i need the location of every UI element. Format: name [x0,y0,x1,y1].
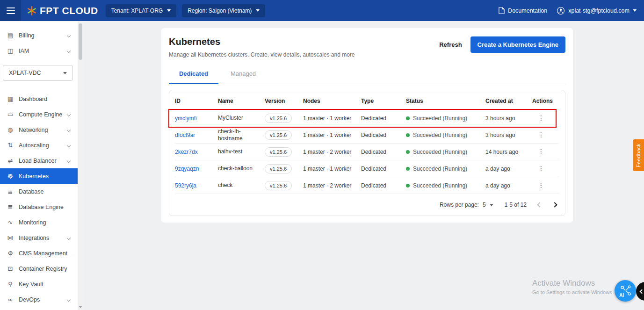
scrollbar-thumb[interactable] [79,23,82,60]
sidebar-item-label: Integrations [19,235,49,241]
cluster-nodes: 1 master · 2 worker [303,182,361,189]
cluster-created-at: 3 hours ago [485,132,532,138]
row-actions-menu-icon[interactable] [532,131,544,138]
sidebar-item-container-registry[interactable]: Container Registry [0,261,78,276]
sidebar-item-label: Database [19,188,44,195]
table-row[interactable]: 2kezr7dx haihv-test v1.25.6 1 master · 2… [175,144,559,160]
cms-management-icon [6,250,14,256]
row-actions-menu-icon[interactable] [532,148,544,155]
sidebar-item-compute-engine[interactable]: Compute Engine [0,107,78,122]
cluster-type: Dedicated [361,182,406,189]
next-page-button[interactable] [552,202,557,207]
create-kubernetes-button[interactable]: Create a Kubernetes Engine [470,36,565,53]
version-badge: v1.25.6 [265,181,292,190]
watermark-line1: Activate Windows [532,279,612,288]
row-actions-menu-icon[interactable] [532,114,544,122]
sidebar-item-key-vault[interactable]: Key Vault [0,276,78,292]
chevron-left-icon [639,289,644,294]
fpt-cloud-logo[interactable]: FPT CLOUD [21,5,106,16]
sidebar-item-dashboard[interactable]: Dashboard [0,91,78,107]
sidebar-item-label: Networking [19,127,48,133]
tab-dedicated[interactable]: Dedicated [169,65,218,84]
sidebar-item-label: Load Balancer [19,158,57,164]
vdc-select-value: XPLAT-VDC [9,70,41,76]
sidebar-item-label: CMS Management [19,250,67,257]
cluster-nodes: 1 master · 1 worker [303,166,361,172]
scrollbar-down-arrow[interactable] [79,306,82,308]
table-row[interactable]: dfocf9ar check-lb-hostname v1.25.6 1 mas… [175,127,559,144]
cluster-name: check-balloon [218,165,265,172]
cluster-nodes: 1 master · 1 worker [303,132,361,138]
sidebar-item-networking[interactable]: Networking [0,122,78,137]
status-dot [406,184,410,187]
tab-managed[interactable]: Managed [218,65,268,84]
chevron-down-icon [67,236,71,239]
sidebar-item-label: Container Registry [19,266,67,272]
container-registry-icon [6,266,14,272]
rows-per-page-select[interactable]: Rows per page: 5 [440,202,493,208]
sidebar-item-autoscaling[interactable]: Autoscaling [0,137,78,153]
topbar: FPT CLOUD Tenant: XPLAT-ORG Region: Saig… [0,0,644,21]
table-row[interactable]: 9zqyaqzn check-balloon v1.25.6 1 master … [175,160,559,177]
sidebar: Billing IAM XPLAT-VDC Dashboard Compute … [0,21,78,310]
refresh-button[interactable]: Refresh [439,41,462,48]
version-badge: v1.25.6 [265,147,292,157]
cluster-created-at: a day ago [485,182,532,189]
sidebar-item-database-engine[interactable]: Database Engine [0,199,78,215]
sidebar-item-devops[interactable]: DevOps [0,292,78,307]
sidebar-item-database[interactable]: Database [0,184,78,199]
sidebar-item-load-balancer[interactable]: Load Balancer [0,153,78,168]
status-dot [406,133,410,137]
cluster-id-link[interactable]: 2kezr7dx [175,149,198,155]
cluster-id-link[interactable]: dfocf9ar [175,132,195,138]
sidebar-item-label: Autoscaling [19,142,49,149]
table-header-row: ID Name Version Nodes Type Status Create… [175,92,559,110]
tenant-selector[interactable]: Tenant: XPLAT-ORG [106,4,177,17]
sidebar-item-billing[interactable]: Billing [0,28,78,43]
kubernetes-icon [6,173,14,180]
sidebar-item-cms-management[interactable]: CMS Management [0,245,78,261]
cluster-name: MyCluster [218,115,265,122]
cluster-id-link[interactable]: 9zqyaqzn [175,166,199,172]
caret-down-icon [167,9,171,12]
sidebar-item-integrations[interactable]: Integrations [0,230,78,245]
autoscaling-icon [6,142,14,148]
region-selector[interactable]: Region: Saigon (Vietnam) [182,4,265,17]
sidebar-item-iam[interactable]: IAM [0,43,78,58]
cluster-id-link[interactable]: ymclymfi [175,115,197,122]
chevron-down-icon [67,49,71,52]
load-balancer-icon [6,158,14,164]
tabs: Dedicated Managed [169,65,565,84]
status-dot [406,150,410,154]
row-actions-menu-icon[interactable] [532,181,544,189]
sidebar-scrollbar[interactable] [78,21,83,310]
vdc-select[interactable]: XPLAT-VDC [3,65,73,81]
cluster-name: check-lb-hostname [218,128,265,142]
ai-assistant-button[interactable]: AI [615,280,636,302]
sidebar-item-monitoring[interactable]: Monitoring [0,215,78,230]
caret-down-icon [490,204,493,206]
sidebar-item-label: Key Vault [19,281,43,288]
prev-page-button[interactable] [537,202,542,207]
sidebar-item-kubernetes[interactable]: Kubernetes [0,168,78,184]
cluster-status: Succeeded (Running) [413,149,467,155]
watermark-line2: Go to Settings to activate Windows [532,289,612,295]
caret-down-icon [256,9,260,12]
chevron-down-icon [67,112,71,116]
feedback-tab[interactable]: Feedback [633,139,644,171]
cluster-status: Succeeded (Running) [413,132,467,138]
document-icon [499,7,505,14]
caret-down-icon [633,9,637,12]
version-badge: v1.25.6 [265,130,292,140]
cluster-name: check [218,182,265,189]
documentation-link[interactable]: Documentation [499,7,547,14]
account-menu[interactable]: xplat-stg@fptcloud.com [557,7,637,15]
cluster-status: Succeeded (Running) [413,182,467,189]
table-row[interactable]: ymclymfi MyCluster v1.25.6 1 master · 1 … [175,110,559,127]
row-actions-menu-icon[interactable] [532,165,544,172]
table-row[interactable]: 592ry6ja check v1.25.6 1 master · 2 work… [175,177,559,194]
sidebar-item-label: Billing [19,32,34,39]
cluster-id-link[interactable]: 592ry6ja [175,182,196,189]
col-header-name: Name [218,98,265,104]
menu-icon[interactable] [0,0,21,21]
